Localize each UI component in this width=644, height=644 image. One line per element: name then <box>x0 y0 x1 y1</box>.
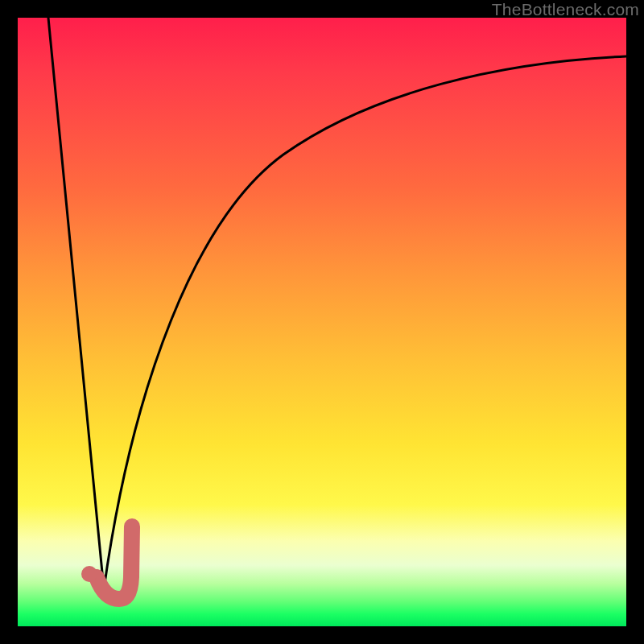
watermark-text: TheBottleneck.com <box>492 0 639 19</box>
outer-frame: TheBottleneck.com <box>0 0 644 644</box>
curve-right-ascent <box>104 56 626 589</box>
curve-left-descent <box>48 18 104 589</box>
j-marker-dot <box>81 566 97 582</box>
plot-area <box>18 18 626 626</box>
chart-svg <box>18 18 626 626</box>
